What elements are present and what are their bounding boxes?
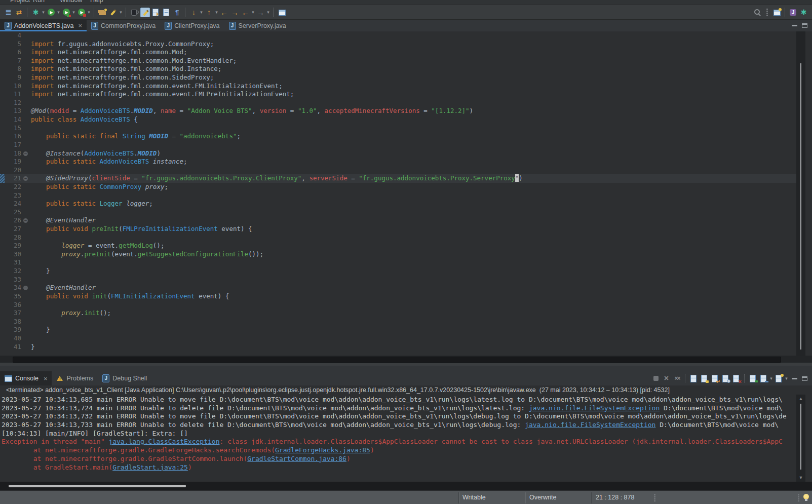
- word-wrap-icon[interactable]: [710, 374, 720, 383]
- scroll-down-icon[interactable]: ▼: [796, 475, 805, 480]
- fold-marker-icon[interactable]: [21, 284, 30, 292]
- external-tools-icon[interactable]: [76, 8, 86, 17]
- chevron-down-icon[interactable]: [769, 376, 774, 381]
- fold-marker-icon: [21, 107, 30, 115]
- scrollbar-thumb[interactable]: [13, 357, 781, 363]
- chevron-down-icon[interactable]: [214, 10, 219, 15]
- tab-clientproxy-java[interactable]: ClientProxy.java: [160, 20, 224, 31]
- chevron-down-icon[interactable]: [119, 10, 123, 15]
- scroll-lock-icon[interactable]: [700, 374, 709, 383]
- open-perspective-icon[interactable]: [772, 8, 782, 17]
- pencil-icon[interactable]: [108, 8, 118, 17]
- chevron-down-icon[interactable]: [784, 376, 789, 381]
- code-token: event) {: [195, 292, 229, 300]
- chevron-down-icon[interactable]: [71, 10, 76, 15]
- code-token: MODID: [134, 107, 153, 114]
- chevron-down-icon[interactable]: [56, 10, 61, 15]
- previous-annotation-icon[interactable]: [204, 8, 214, 17]
- pin-console-icon[interactable]: [721, 374, 730, 383]
- code-editor[interactable]: 45import fr.gugus.addonvoicebts.Proxy.Co…: [0, 31, 812, 356]
- console-link[interactable]: GradleStart.java:25: [112, 463, 188, 471]
- annotation-ruler: [0, 48, 5, 57]
- chevron-down-icon[interactable]: [266, 10, 270, 15]
- java-cup-icon[interactable]: [130, 8, 139, 17]
- next-edit-location-icon[interactable]: [230, 8, 240, 17]
- scrollbar-thumb[interactable]: [9, 485, 186, 487]
- console-link[interactable]: java.nio.file.FileSystemException: [529, 404, 660, 412]
- editor-vertical-scrollbar[interactable]: [796, 31, 805, 356]
- tab-debug-shell[interactable]: Debug Shell: [98, 371, 151, 385]
- java-perspective-icon[interactable]: [788, 8, 798, 17]
- fold-marker-icon[interactable]: [21, 174, 30, 183]
- chevron-down-icon[interactable]: [199, 10, 204, 15]
- console-link[interactable]: java.nio.file.FileSystemException: [525, 421, 655, 429]
- back-icon[interactable]: [241, 8, 250, 17]
- main-toolbar: [0, 5, 812, 20]
- close-icon[interactable]: [78, 22, 82, 29]
- toolbar-separator: [744, 374, 745, 383]
- outline-doc-icon[interactable]: [162, 8, 171, 17]
- console-link[interactable]: java.lang.ClassCastException: [108, 438, 219, 445]
- code-token: AddonVoiceBTS: [99, 158, 149, 165]
- code-token: preInit: [92, 225, 119, 232]
- scroll-up-icon[interactable]: ▲: [796, 396, 805, 401]
- debug-icon[interactable]: [31, 8, 41, 17]
- tab-problems[interactable]: Problems: [52, 371, 98, 385]
- code-text: public static Logger logger;: [30, 200, 812, 208]
- next-annotation-icon[interactable]: [189, 8, 199, 17]
- last-edit-location-icon[interactable]: [219, 8, 229, 17]
- minimize-icon[interactable]: [792, 378, 797, 379]
- code-token: serverSide: [309, 174, 347, 182]
- scrollbar-thumb[interactable]: [800, 404, 801, 470]
- chevron-down-icon[interactable]: [251, 10, 255, 15]
- annotation-ruler: [0, 166, 5, 175]
- annotation-ruler: [0, 115, 5, 124]
- maximize-icon[interactable]: [802, 23, 807, 28]
- console-vertical-scrollbar[interactable]: ▲ ▼: [796, 395, 805, 482]
- open-console-icon[interactable]: [774, 374, 784, 383]
- debug-perspective-icon[interactable]: [799, 8, 808, 17]
- chevron-down-icon[interactable]: [87, 10, 91, 15]
- tab-commonproxy-java[interactable]: CommonProxy.java: [87, 20, 160, 31]
- console-horizontal-scrollbar[interactable]: [0, 482, 812, 490]
- code-token: preInit: [84, 250, 111, 258]
- console-tab-bar: Console Problems Debug Shell: [0, 366, 812, 385]
- pin-editor-icon[interactable]: [277, 8, 287, 17]
- toolbar-drag-handle[interactable]: [766, 9, 768, 16]
- mark-occurrences-icon[interactable]: [140, 8, 150, 17]
- menu-window[interactable]: Window: [60, 0, 82, 4]
- notification-lightbulb-icon[interactable]: [803, 494, 809, 501]
- tab-serverproxy-java[interactable]: ServerProxy.java: [224, 20, 291, 31]
- display-console-icon[interactable]: [759, 374, 768, 383]
- fold-marker-icon[interactable]: [21, 216, 30, 225]
- open-folder-icon[interactable]: [98, 8, 107, 17]
- menu-project[interactable]: Project: [10, 0, 30, 4]
- menu-run[interactable]: Run: [33, 0, 45, 4]
- code-token: modid: [50, 107, 69, 114]
- console-output[interactable]: 2023-05-27 10:34:13,685 main ERROR Unabl…: [0, 395, 812, 482]
- clear-console-icon[interactable]: [689, 374, 699, 383]
- fold-marker-icon[interactable]: [21, 149, 30, 158]
- scrollbar-thumb[interactable]: [800, 63, 801, 350]
- show-whitespace-icon[interactable]: [172, 8, 182, 17]
- tab-addonvoicebts-java[interactable]: AddonVoiceBTS.java: [0, 20, 87, 31]
- minimize-icon[interactable]: [792, 25, 797, 26]
- coverage-icon[interactable]: [61, 8, 71, 17]
- close-icon[interactable]: [44, 375, 48, 382]
- show-on-stderr-icon[interactable]: [731, 374, 741, 383]
- lines-arrow-icon[interactable]: [4, 8, 13, 17]
- code-line: 6import net.minecraftforge.fml.common.Mo…: [0, 48, 812, 57]
- link-with-editor-icon[interactable]: [151, 8, 161, 17]
- editor-horizontal-scrollbar[interactable]: [0, 356, 812, 363]
- console-link[interactable]: GradleStartCommon.java:86: [247, 455, 346, 462]
- swap-arrows-icon[interactable]: [14, 8, 24, 17]
- run-icon[interactable]: [46, 8, 56, 17]
- tab-console[interactable]: Console: [0, 371, 52, 385]
- chevron-down-icon[interactable]: [41, 10, 46, 15]
- console-link[interactable]: GradleForgeHacks.java:85: [275, 446, 370, 454]
- maximize-icon[interactable]: [802, 376, 807, 381]
- show-on-stdout-icon[interactable]: [748, 374, 758, 383]
- forward-icon[interactable]: [256, 8, 265, 17]
- menu-help[interactable]: Help: [90, 0, 103, 4]
- search-icon[interactable]: [753, 8, 762, 17]
